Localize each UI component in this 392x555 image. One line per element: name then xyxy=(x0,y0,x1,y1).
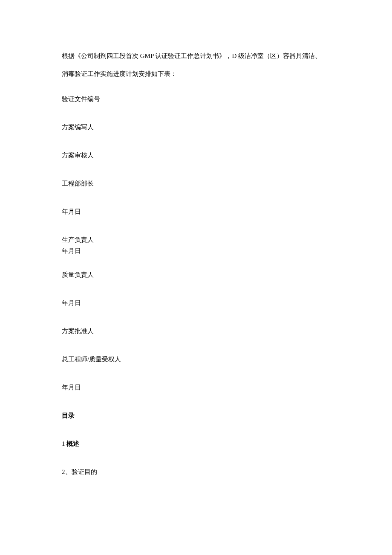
toc-item1-text: 概述 xyxy=(66,440,79,447)
field-plan-writer: 方案编写人 xyxy=(62,122,330,132)
field-plan-approver: 方案批准人 xyxy=(62,326,330,336)
field-date2: 年月日 xyxy=(62,246,330,256)
field-date4: 年月日 xyxy=(62,382,330,392)
field-date1: 年月日 xyxy=(62,206,330,217)
toc-item2: 2、验证目的 xyxy=(62,467,330,477)
field-quality-head: 质量负责人 xyxy=(62,270,330,280)
intro-line1: 根据《公司制剂四工段首次 GMP 认证验证工作总计划书》，D 级洁净室（区）容器… xyxy=(62,52,321,59)
field-date3: 年月日 xyxy=(62,298,330,308)
field-engineering-head: 工程部部长 xyxy=(62,178,330,189)
intro-line2: 消毒验证工作实施进度计划安排如下表： xyxy=(62,70,177,77)
field-production-head: 生产负责人 xyxy=(62,235,330,245)
toc-heading: 目录 xyxy=(62,410,330,421)
field-doc-number: 验证文件编号 xyxy=(62,94,330,104)
field-plan-reviewer: 方案审核人 xyxy=(62,150,330,160)
toc-item1: 1 概述 xyxy=(62,439,330,449)
field-chief-engineer: 总工程师/质量受权人 xyxy=(62,354,330,364)
intro-paragraph: 根据《公司制剂四工段首次 GMP 认证验证工作总计划书》，D 级洁净室（区）容器… xyxy=(62,47,330,83)
toc-item1-num: 1 xyxy=(62,440,66,447)
field-production-group: 生产负责人 年月日 xyxy=(62,235,330,256)
